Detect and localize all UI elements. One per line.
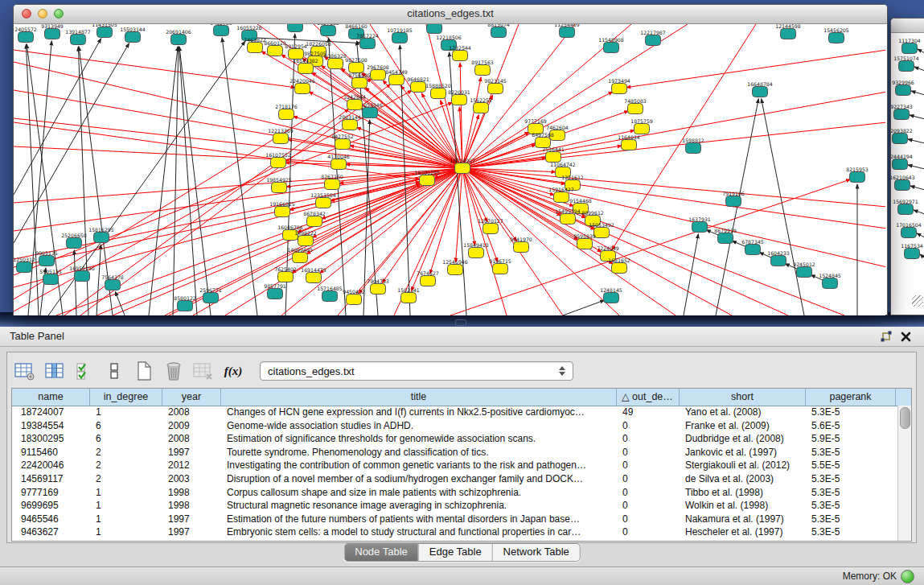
- graph-node[interactable]: 7485083: [624, 98, 647, 114]
- close-panel-button[interactable]: [901, 331, 911, 341]
- graph-node[interactable]: 1498222: [294, 230, 317, 246]
- graph-node[interactable]: 8454749: [385, 69, 408, 85]
- graph-node[interactable]: 15849418: [463, 242, 489, 258]
- graph-node[interactable]: 17016504: [896, 222, 922, 238]
- graph-node[interactable]: 16210643: [891, 175, 915, 191]
- graph-node[interactable]: 7904753: [367, 278, 389, 295]
- graph-node[interactable]: 6497568: [532, 132, 554, 148]
- graph-node[interactable]: 15503144: [120, 27, 146, 43]
- graph-node[interactable]: 9196715: [489, 258, 511, 274]
- tab-node-table[interactable]: Node Table: [344, 544, 419, 561]
- graph-node[interactable]: 9245012: [793, 262, 815, 278]
- graph-node[interactable]: 9227343: [891, 104, 913, 120]
- graph-node[interactable]: 2596771: [199, 287, 222, 303]
- graph-node[interactable]: 12144598: [775, 24, 801, 39]
- graph-node[interactable]: 1167534: [901, 243, 923, 259]
- graph-node[interactable]: 8220031: [448, 89, 470, 105]
- graph-node[interactable]: 1598812: [682, 138, 704, 154]
- close-window-button[interactable]: [22, 9, 31, 19]
- graph-node[interactable]: 8813074: [487, 24, 510, 38]
- column-header-short[interactable]: short: [680, 389, 806, 406]
- graph-node[interactable]: 9905135: [35, 250, 58, 266]
- graph-node[interactable]: 19854925: [266, 177, 292, 193]
- column-chooser-button[interactable]: [43, 360, 66, 382]
- column-header-in_degree[interactable]: in_degree: [90, 389, 162, 406]
- graph-node[interactable]: 15456205: [823, 27, 849, 43]
- graph-node[interactable]: 12444194: [891, 154, 913, 170]
- graph-node[interactable]: 7674527: [417, 270, 439, 286]
- scrollbar-thumb[interactable]: [900, 407, 910, 429]
- table-row[interactable]: 2242004622012Investigating the contribut…: [12, 459, 898, 472]
- graph-node[interactable]: 7564378: [101, 274, 124, 290]
- graph-node[interactable]: 5905135: [39, 269, 62, 285]
- select-all-button[interactable]: [73, 360, 96, 382]
- graph-node[interactable]: 7625402: [274, 266, 297, 282]
- graph-node[interactable]: 12545946: [442, 259, 468, 275]
- column-header-year[interactable]: year: [162, 389, 221, 406]
- graph-node[interactable]: 9572302: [423, 24, 446, 34]
- window-titlebar[interactable]: citations_edges.txt: [14, 5, 887, 24]
- graph-node[interactable]: 15888520: [425, 83, 451, 99]
- graph-node[interactable]: 15495794: [555, 208, 581, 225]
- table-row[interactable]: 911546021997Tourette syndrome. Phenomeno…: [12, 446, 898, 459]
- zoom-window-button[interactable]: [54, 9, 64, 19]
- graph-node[interactable]: 9827508: [345, 57, 368, 73]
- graph-node[interactable]: 15692971: [893, 199, 918, 215]
- graph-node[interactable]: 16648784: [747, 81, 773, 97]
- table-row[interactable]: 977716911998Corpus callosum shape and si…: [12, 486, 898, 500]
- graph-node[interactable]: 8580122: [174, 295, 196, 311]
- row-height-button[interactable]: [103, 360, 125, 382]
- minimize-window-button[interactable]: [38, 9, 47, 19]
- column-header-name[interactable]: name: [12, 389, 90, 406]
- table-row[interactable]: 1830029562008Estimation of significance …: [12, 432, 898, 446]
- graph-node[interactable]: 8186328: [324, 53, 347, 69]
- import-table-button[interactable]: [192, 360, 215, 382]
- graph-node[interactable]: 1232544: [449, 45, 471, 61]
- graph-node[interactable]: 2803144: [339, 114, 361, 130]
- graph-node[interactable]: 9462733: [210, 24, 232, 36]
- graph-node[interactable]: 8917563: [471, 60, 494, 76]
- graph-node[interactable]: 8427552: [331, 134, 354, 150]
- background-window-titlebar[interactable]: [891, 19, 924, 33]
- graph-node[interactable]: 7857224: [356, 33, 379, 49]
- tab-edge-table[interactable]: Edge Table: [419, 544, 493, 561]
- graph-node[interactable]: 12093822: [891, 128, 913, 144]
- vertical-scrollbar[interactable]: [897, 406, 911, 541]
- graph-node[interactable]: 8756885: [348, 72, 371, 89]
- graph-node[interactable]: 9313949: [41, 24, 64, 39]
- graph-node[interactable]: 1117304: [898, 38, 921, 54]
- float-panel-button[interactable]: [881, 331, 892, 342]
- graph-node[interactable]: 20691406: [166, 29, 191, 45]
- graph-node[interactable]: 13914877: [65, 29, 91, 45]
- graph-node[interactable]: 1973494: [608, 78, 630, 94]
- graph-node[interactable]: 1527602: [317, 24, 339, 36]
- graph-node[interactable]: 15716485: [317, 286, 343, 302]
- memory-indicator-icon[interactable]: [901, 570, 914, 583]
- column-header-pagerank[interactable]: pagerank: [806, 389, 896, 406]
- graph-node[interactable]: 7919106: [722, 191, 745, 207]
- delete-table-button[interactable]: [162, 360, 185, 382]
- graph-node[interactable]: 1250312: [14, 257, 35, 273]
- tab-network-table[interactable]: Network Table: [493, 544, 580, 561]
- graph-node[interactable]: 2405572: [14, 27, 37, 43]
- resize-grip-icon[interactable]: [912, 295, 923, 307]
- graph-node[interactable]: 12217987: [640, 30, 666, 46]
- graph-node[interactable]: 16914479: [301, 267, 326, 283]
- graph-node[interactable]: 1524845: [819, 273, 841, 289]
- graph-node[interactable]: 1562253: [470, 97, 492, 113]
- table-row[interactable]: 1456911722003Disruption of a novel membe…: [12, 472, 898, 486]
- graph-node[interactable]: 1604233: [767, 250, 790, 266]
- graph-node[interactable]: 9857791: [264, 283, 286, 299]
- graph-node[interactable]: 6787345: [741, 239, 764, 255]
- graph-node[interactable]: 15751074: [893, 56, 919, 72]
- graph-node[interactable]: 1637931: [688, 216, 711, 233]
- graph-node[interactable]: 9823145: [484, 78, 507, 94]
- graph-node[interactable]: 9450432: [343, 289, 365, 305]
- apply-function-button[interactable]: f(x): [222, 360, 244, 382]
- graph-node[interactable]: 25206650: [61, 233, 87, 249]
- graph-node[interactable]: 12213369: [268, 128, 294, 144]
- graph-node[interactable]: 10719185: [387, 27, 413, 43]
- table-settings-button[interactable]: [14, 360, 36, 382]
- graph-node[interactable]: 10653257: [282, 24, 308, 32]
- new-table-button[interactable]: [133, 360, 155, 382]
